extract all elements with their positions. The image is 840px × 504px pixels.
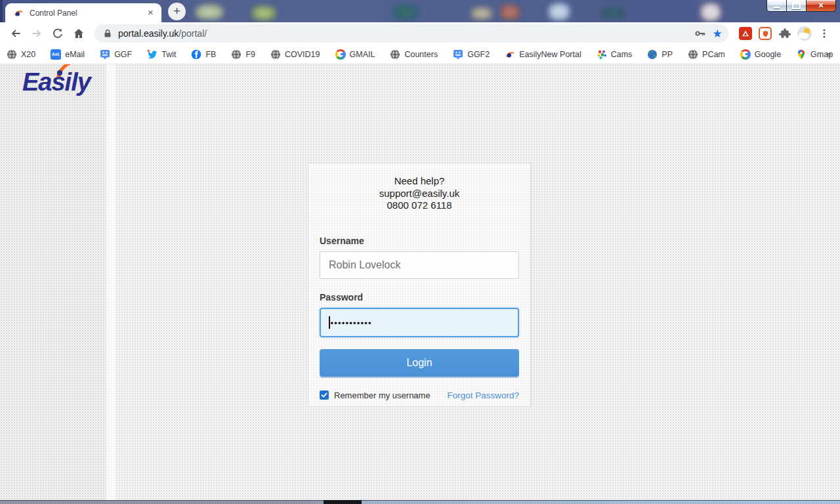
bookmark-counters[interactable]: Counters bbox=[390, 49, 438, 60]
url-domain: portal.easily.uk bbox=[118, 28, 178, 39]
password-masked-value: ••••••••••• bbox=[331, 319, 372, 327]
username-label: Username bbox=[320, 236, 519, 246]
bookmark-covid19[interactable]: COVID19 bbox=[270, 49, 320, 60]
close-icon: × bbox=[818, 1, 824, 10]
back-button[interactable] bbox=[7, 24, 25, 43]
bookmark-easilynew-portal[interactable]: EasilyNew Portal bbox=[505, 49, 581, 60]
password-label: Password bbox=[320, 292, 519, 303]
help-line-3: 0800 072 6118 bbox=[320, 200, 519, 212]
bookmark-star-icon[interactable]: ★ bbox=[709, 25, 726, 42]
maximize-restore-icon bbox=[792, 2, 801, 9]
ggf-blue-icon bbox=[453, 49, 463, 60]
tab-title: Control Panel bbox=[30, 9, 145, 18]
address-bar[interactable]: portal.easily.uk/portal/ ★ bbox=[94, 24, 728, 43]
username-input[interactable] bbox=[320, 251, 519, 279]
portal-login-page: Easily Need help? support@easily.uk 0800… bbox=[0, 64, 840, 501]
globe-icon bbox=[7, 49, 17, 60]
bookmark-pp[interactable]: PP bbox=[647, 49, 673, 60]
easily-swirl-icon bbox=[505, 49, 515, 60]
help-text: Need help? support@easily.uk 0800 072 61… bbox=[320, 175, 519, 212]
google-g-icon bbox=[740, 49, 751, 60]
new-tab-button[interactable]: + bbox=[168, 3, 186, 20]
browser-toolbar: portal.easily.uk/portal/ ★ bbox=[0, 22, 840, 45]
easily-logo-swoosh-icon bbox=[54, 64, 88, 81]
text-caret bbox=[329, 316, 330, 329]
globe-icon bbox=[270, 49, 281, 60]
extensions-puzzle-icon[interactable] bbox=[776, 24, 794, 43]
window-maximize-button[interactable] bbox=[787, 0, 806, 12]
url-text: portal.easily.uk/portal/ bbox=[118, 28, 692, 39]
remember-username-row: Remember my username bbox=[320, 390, 430, 400]
maps-pin-icon bbox=[796, 49, 807, 60]
bookmarks-bar: X20 Aol. eMail GGF Twit FB F9 COVID19 GM… bbox=[0, 45, 840, 64]
easily-favicon-icon bbox=[13, 8, 24, 18]
remember-checkbox[interactable] bbox=[320, 390, 329, 400]
twitter-icon bbox=[147, 49, 158, 60]
bookmark-gmail[interactable]: GMAIL bbox=[335, 49, 375, 60]
bookmark-google[interactable]: Google bbox=[740, 49, 781, 60]
saved-password-key-icon[interactable] bbox=[692, 25, 709, 42]
chrome-menu-icon[interactable] bbox=[815, 24, 833, 43]
window-controls: × bbox=[766, 0, 836, 12]
bookmark-ggf2[interactable]: GGF2 bbox=[453, 49, 490, 60]
window-close-button[interactable]: × bbox=[806, 0, 836, 12]
bookmark-f9[interactable]: F9 bbox=[231, 49, 255, 60]
bookmarks-overflow-chevron[interactable]: » bbox=[826, 49, 831, 59]
help-line-2: support@easily.uk bbox=[320, 188, 519, 200]
weather-extension-icon[interactable] bbox=[795, 24, 814, 43]
window-titlebar: Control Panel × + × bbox=[0, 0, 840, 22]
bookmark-x20[interactable]: X20 bbox=[7, 49, 35, 60]
bookmark-ggf[interactable]: GGF bbox=[100, 49, 132, 60]
window-minimize-button[interactable] bbox=[766, 0, 787, 12]
bookmark-twit[interactable]: Twit bbox=[147, 49, 176, 60]
forgot-password-link[interactable]: Forgot Password? bbox=[447, 390, 519, 400]
bookmark-pcam[interactable]: PCam bbox=[688, 49, 725, 60]
browser-tab[interactable]: Control Panel × bbox=[5, 3, 161, 22]
pdf-extension-icon[interactable] bbox=[736, 24, 755, 43]
facebook-icon bbox=[191, 49, 201, 60]
globe-icon bbox=[688, 49, 698, 60]
bookmark-email[interactable]: Aol. eMail bbox=[51, 49, 85, 60]
help-line-1: Need help? bbox=[320, 175, 519, 188]
google-g-icon bbox=[335, 49, 346, 60]
url-path: /portal/ bbox=[178, 28, 207, 39]
window-bottom-border bbox=[0, 500, 840, 504]
globe-icon bbox=[390, 49, 400, 60]
remember-label: Remember my username bbox=[334, 390, 430, 400]
page-background-band bbox=[0, 64, 106, 501]
lock-icon bbox=[102, 28, 113, 39]
page-background-band-highlight bbox=[106, 64, 116, 501]
earth-icon bbox=[647, 49, 658, 60]
password-input[interactable]: ••••••••••• bbox=[320, 308, 519, 337]
color-dots-icon bbox=[597, 49, 607, 60]
reload-button[interactable] bbox=[49, 24, 67, 43]
minimize-icon bbox=[774, 7, 780, 9]
login-card: Need help? support@easily.uk 0800 072 61… bbox=[308, 163, 531, 407]
bookmark-cams[interactable]: Cams bbox=[597, 49, 633, 60]
forward-button[interactable] bbox=[28, 24, 46, 43]
easily-logo: Easily bbox=[22, 68, 101, 101]
bookmark-fb[interactable]: FB bbox=[191, 49, 216, 60]
login-button[interactable]: Login bbox=[320, 349, 519, 377]
taskbar-fragment bbox=[324, 500, 362, 504]
aol-icon: Aol. bbox=[51, 49, 61, 60]
webadvisor-extension-icon[interactable] bbox=[756, 24, 774, 43]
home-button[interactable] bbox=[70, 24, 88, 43]
ggf-blue-icon bbox=[100, 49, 110, 60]
globe-icon bbox=[231, 49, 242, 60]
tab-close-icon[interactable]: × bbox=[145, 7, 156, 18]
